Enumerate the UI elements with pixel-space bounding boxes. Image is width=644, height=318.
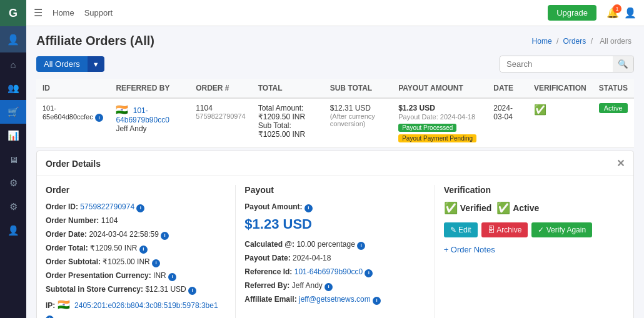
sidebar-monitor-icon[interactable]: 🖥	[0, 147, 26, 171]
toolbar: All Orders ▼ 🔍	[36, 56, 634, 72]
verified-check-icon: ✅	[444, 201, 458, 215]
user-menu-icon[interactable]: 👤	[624, 7, 636, 19]
cell-id: 101-65e604d80ccfec i	[36, 98, 109, 148]
reference-id-link[interactable]: 101-64b6979b90cc0	[294, 267, 363, 276]
cell-referred-by: 🇮🇳 101-64b6979b90cc0 Jeff Andy	[109, 98, 189, 148]
sidebar-chart-icon[interactable]: 📊	[0, 124, 26, 147]
payout-section-title: Payout	[244, 185, 425, 195]
top-nav: ☰ Home Support Upgrade 🔔 1 👤	[26, 0, 644, 26]
orders-dropdown-button[interactable]: ▼	[88, 56, 104, 72]
col-date: DATE	[487, 79, 528, 98]
verified-badge: ✅ Verified	[444, 201, 492, 215]
sidebar-home-icon[interactable]: ⌂	[0, 52, 26, 76]
col-order-num: ORDER #	[189, 79, 252, 98]
main-area: ☰ Home Support Upgrade 🔔 1 👤 Affiliate O…	[26, 0, 644, 318]
col-status: STATUS	[593, 79, 634, 98]
id-info-icon[interactable]: i	[95, 114, 103, 122]
page-title: Affiliate Orders (All)	[36, 34, 154, 48]
notification-icon[interactable]: 🔔 1	[606, 7, 619, 19]
search-input[interactable]	[500, 56, 613, 72]
archive-button[interactable]: 🗄 Archive	[481, 222, 528, 237]
notification-badge: 1	[613, 4, 621, 13]
verification-section-title: Verification	[444, 185, 625, 195]
order-date-info-icon[interactable]: i	[161, 232, 169, 240]
cell-payout-amount: $1.23 USD Payout Date: 2024-04-18 Payout…	[392, 98, 487, 148]
order-id-info-icon[interactable]: i	[136, 204, 144, 212]
order-total-info-icon[interactable]: i	[139, 246, 148, 254]
icon-sidebar: G 👤 ⌂ 👥 🛒 📊 🖥 ⚙ ⚙ 👤	[0, 0, 26, 318]
active-label: Active	[513, 203, 539, 213]
verification-section: Verification ✅ Verified ✅ Acti	[435, 185, 625, 318]
archive-icon: 🗄	[488, 226, 495, 234]
panel-body: Order Order ID: 5759822790974 i Order Nu…	[37, 176, 633, 318]
edit-button[interactable]: ✎ Edit	[444, 222, 478, 237]
orders-table: ID REFERRED BY ORDER # TOTAL SUB TOTAL P…	[36, 79, 634, 318]
search-button[interactable]: 🔍	[613, 56, 633, 72]
avatar: 👤	[0, 26, 26, 52]
status-badge: Active	[599, 103, 628, 113]
verified-label: Verified	[460, 203, 492, 213]
sidebar-person-icon[interactable]: 👤	[0, 219, 26, 242]
order-section-title: Order	[46, 185, 226, 195]
page-header: Affiliate Orders (All) Home / Orders / A…	[36, 34, 634, 48]
active-badge: ✅ Active	[496, 201, 539, 215]
sidebar-orders-icon[interactable]: 🛒	[0, 100, 26, 124]
active-check-icon: ✅	[496, 201, 510, 215]
cell-date: 2024-03-04	[487, 98, 528, 148]
orders-filter-group: All Orders ▼	[36, 56, 104, 72]
col-referred-by: REFERRED BY	[109, 79, 189, 98]
panel-header: Order Details ✕	[37, 151, 633, 176]
order-section: Order Order ID: 5759822790974 i Order Nu…	[46, 185, 236, 318]
cell-status: Active	[593, 98, 634, 148]
hamburger-icon[interactable]: ☰	[34, 7, 43, 19]
breadcrumb-orders[interactable]: Orders	[563, 37, 586, 46]
order-notes-link[interactable]: + Order Notes	[444, 245, 495, 254]
affiliate-email-info-icon[interactable]: i	[373, 297, 381, 305]
upgrade-button[interactable]: Upgrade	[548, 5, 596, 21]
sidebar-gear-icon[interactable]: ⚙	[0, 195, 26, 219]
order-id-link[interactable]: 5759822790974	[80, 202, 134, 211]
order-currency-info-icon[interactable]: i	[168, 273, 176, 281]
referred-by-info-icon[interactable]: i	[325, 283, 333, 291]
col-payout: PAYOUT AMOUNT	[392, 79, 487, 98]
table-row[interactable]: 101-65e604d80ccfec i 🇮🇳 101-64b6979b90cc…	[36, 98, 634, 148]
order-details-panel: Order Details ✕ Order Order ID: 57598227…	[36, 151, 634, 318]
cell-order-num: 1104 5759822790974	[189, 98, 252, 148]
ip-info-icon[interactable]: i	[46, 316, 54, 319]
subtotal-store-info-icon[interactable]: i	[188, 287, 196, 295]
payout-processed-badge: Payout Processed	[398, 124, 456, 132]
col-verification: VERIFICATION	[528, 79, 593, 98]
col-total: TOTAL	[252, 79, 324, 98]
verify-again-button[interactable]: ✓ Verify Again	[531, 222, 592, 237]
nav-home-link[interactable]: Home	[53, 8, 74, 17]
nav-support-link[interactable]: Support	[84, 8, 113, 17]
col-id: ID	[36, 79, 109, 98]
cell-total: Total Amount: ₹1209.50 INR Sub Total: ₹1…	[252, 98, 324, 148]
top-nav-icons: 🔔 1 👤	[606, 7, 636, 19]
ref-id-info-icon[interactable]: i	[365, 269, 373, 277]
cell-subtotal: $12.31 USD (After currency conversion)	[324, 98, 393, 148]
breadcrumb: Home / Orders / All orders	[532, 37, 634, 46]
action-buttons: ✎ Edit 🗄 Archive ✓	[444, 222, 625, 237]
sidebar-users-icon[interactable]: 👥	[0, 76, 26, 100]
col-subtotal: SUB TOTAL	[324, 79, 393, 98]
breadcrumb-home[interactable]: Home	[532, 37, 552, 46]
panel-close-button[interactable]: ✕	[616, 157, 625, 169]
affiliate-email-link[interactable]: jeff@getsetnews.com	[299, 295, 371, 304]
order-subtotal-info-icon[interactable]: i	[152, 259, 160, 267]
payout-amount-value: $1.23 USD	[244, 216, 425, 232]
edit-icon: ✎	[450, 226, 456, 234]
payout-amount-info-icon[interactable]: i	[304, 204, 313, 212]
order-details-row: Order Details ✕ Order Order ID: 57598227…	[36, 148, 634, 319]
sidebar-settings-icon[interactable]: ⚙	[0, 171, 26, 195]
verification-check-icon: ✅	[534, 104, 546, 115]
payout-section: Payout Payout Amount: i $1.23 USD Calcul…	[236, 185, 435, 318]
payout-pending-badge: Payout Payment Pending	[398, 134, 476, 142]
calculated-info-icon[interactable]: i	[357, 242, 365, 250]
cell-verification: ✅	[528, 98, 593, 148]
all-orders-button[interactable]: All Orders	[36, 56, 88, 72]
breadcrumb-current: All orders	[600, 37, 631, 46]
table-header-row: ID REFERRED BY ORDER # TOTAL SUB TOTAL P…	[36, 79, 634, 98]
ip-link[interactable]: 2405:201:e026:b804:3c08:519b:5978:3be1	[74, 301, 218, 310]
panel-title: Order Details	[46, 159, 101, 169]
